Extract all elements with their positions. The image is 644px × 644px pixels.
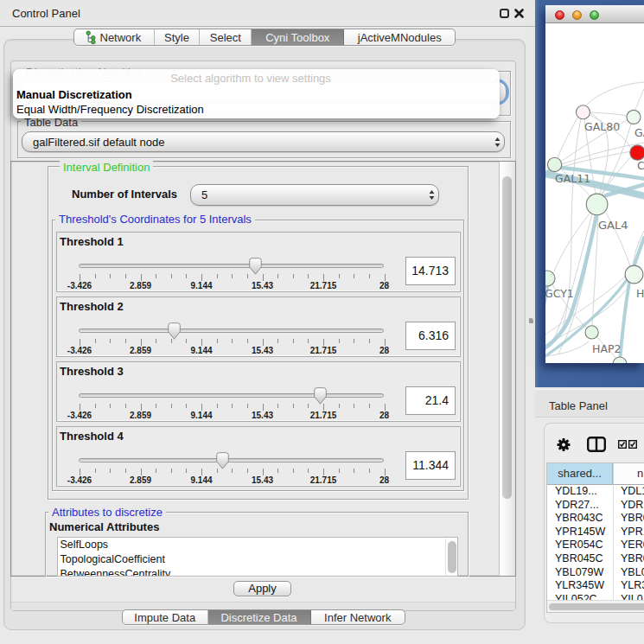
tab-jactivemnodules[interactable]: jActiveMNodules xyxy=(344,29,455,45)
popup-option[interactable]: Equal Width/Frequency Discretization xyxy=(16,103,204,116)
network-icon xyxy=(86,30,96,44)
network-node[interactable] xyxy=(625,265,643,284)
tab-infer-network[interactable]: Infer Network xyxy=(311,610,405,624)
tab-style[interactable]: Style xyxy=(155,29,201,45)
tick-label: 21.715 xyxy=(310,475,337,485)
num-intervals-combobox[interactable]: 5 xyxy=(190,184,439,206)
tab-discretize-data[interactable]: Discretize Data xyxy=(208,610,311,624)
algorithm-dropdown-popup: Select algorithm to view settings Manual… xyxy=(13,69,500,118)
cell-shared-name: YDL19... xyxy=(547,485,613,499)
tick-label: 21.715 xyxy=(310,281,337,290)
attribute-list-item[interactable]: SelfLoops xyxy=(58,538,457,552)
cell-shared-name: YBR045C xyxy=(547,552,613,566)
node-table[interactable]: shared...n... YDL19...YDL1YDR27...YDR2YB… xyxy=(546,462,644,613)
close-icon[interactable] xyxy=(514,9,524,18)
table-row[interactable]: YBR043CYBR0 xyxy=(547,512,644,526)
threshold-value-field[interactable]: 21.4 xyxy=(405,386,456,415)
table-toolbar xyxy=(545,424,644,462)
vertical-scrollbar-thumb[interactable] xyxy=(502,176,512,499)
table-row[interactable]: YLR345WYLR3 xyxy=(547,579,644,593)
slider-thumb[interactable] xyxy=(314,387,327,405)
float-window-icon[interactable] xyxy=(500,9,509,18)
attribute-list-item[interactable]: BetweennessCentrality xyxy=(58,567,457,577)
network-node[interactable] xyxy=(630,145,644,160)
slider-thumb[interactable] xyxy=(216,452,229,469)
thresholds-group-title: Threshold's Coordinates for 5 Intervals xyxy=(55,213,255,226)
tick-label: -3.426 xyxy=(67,411,92,420)
tab-impute-data[interactable]: Impute Data xyxy=(123,610,208,624)
popup-option[interactable]: Manual Discretization xyxy=(16,88,132,101)
column-header[interactable]: n... xyxy=(613,463,644,485)
tick-label: 21.715 xyxy=(310,346,337,355)
numerical-attributes-label: Numerical Attributes xyxy=(49,520,159,533)
table-row[interactable]: YBL079WYBL0 xyxy=(547,566,644,580)
tick-label: 9.144 xyxy=(190,281,212,290)
network-node[interactable] xyxy=(613,357,627,363)
slider-thumb[interactable] xyxy=(168,322,181,340)
cell-shared-name: YER054C xyxy=(547,539,613,552)
close-traffic-light[interactable] xyxy=(555,10,564,20)
splitter-handle[interactable] xyxy=(529,318,533,323)
table-data-combo-value: galFiltered.sif default node xyxy=(22,136,491,149)
apply-button[interactable]: Apply xyxy=(233,581,291,596)
tick-label: -3.426 xyxy=(67,475,92,485)
tab-cyni-toolbox[interactable]: Cyni Toolbox xyxy=(252,29,344,45)
tick-label: 2.859 xyxy=(130,411,151,420)
tick-label: 15.43 xyxy=(252,475,273,485)
slider-track[interactable] xyxy=(79,458,384,462)
columns-icon[interactable] xyxy=(587,437,606,452)
tick-label: 9.144 xyxy=(190,411,212,420)
slider-thumb[interactable] xyxy=(249,258,262,275)
slider-track[interactable] xyxy=(79,328,384,333)
gear-icon[interactable] xyxy=(557,437,571,452)
network-node[interactable] xyxy=(585,326,598,339)
network-canvas[interactable]: GAL80GACGAL11GAL4GCY1HHAP2 xyxy=(545,23,644,363)
checkbox-icon[interactable] xyxy=(618,440,627,449)
tick-label: 28 xyxy=(379,475,389,485)
interval-group-title: Interval Definition xyxy=(60,161,153,174)
table-row[interactable]: YDL19...YDL1 xyxy=(547,485,644,499)
vertical-scrollbar[interactable] xyxy=(499,162,515,576)
network-node[interactable] xyxy=(627,110,641,124)
threshold-block: Threshold 4-3.4262.8599.14415.4321.71528… xyxy=(56,426,461,487)
slider-track[interactable] xyxy=(79,264,384,268)
attributes-scrollbar[interactable] xyxy=(445,539,456,576)
table-data-combobox[interactable]: galFiltered.sif default node xyxy=(22,131,505,152)
threshold-block: Threshold 3-3.4262.8599.14415.4321.71528… xyxy=(56,361,461,422)
attributes-scrollbar-thumb[interactable] xyxy=(448,541,456,573)
minimize-traffic-light[interactable] xyxy=(572,10,582,20)
table-row[interactable]: YDR27...YDR2 xyxy=(547,499,644,513)
network-window: GAL80GACGAL11GAL4GCY1HHAP2 xyxy=(545,5,644,363)
table-row[interactable]: YER054CYER0 xyxy=(547,539,644,552)
threshold-label: Threshold 1 xyxy=(60,235,124,248)
horizontal-scrollbar-thumb[interactable] xyxy=(549,603,644,611)
network-node[interactable] xyxy=(547,157,561,171)
table-row[interactable]: YBR045CYBR0 xyxy=(547,552,644,566)
tab-select[interactable]: Select xyxy=(200,29,252,45)
node-label: GA xyxy=(634,126,644,139)
threshold-value-field[interactable]: 14.713 xyxy=(405,257,456,285)
network-node[interactable] xyxy=(577,105,590,119)
network-node[interactable] xyxy=(545,271,555,286)
table-row[interactable]: YPR145WYPR1 xyxy=(547,526,644,539)
combo-arrows-icon xyxy=(425,190,438,200)
threshold-value-field[interactable]: 11.344 xyxy=(405,451,456,480)
network-node[interactable] xyxy=(586,194,608,215)
tick-label: 21.715 xyxy=(310,411,337,420)
horizontal-scrollbar[interactable] xyxy=(547,600,644,612)
combo-arrows-icon xyxy=(491,137,504,147)
cell-name: YPR1 xyxy=(613,526,644,539)
slider-track[interactable] xyxy=(79,393,384,398)
checkbox-icon[interactable] xyxy=(628,440,637,449)
zoom-traffic-light[interactable] xyxy=(590,10,599,20)
panel-title: Control Panel xyxy=(12,7,80,20)
node-label: C xyxy=(637,159,644,172)
table-panel-title: Table Panel xyxy=(549,399,608,412)
attributes-list[interactable]: SelfLoopsTopologicalCoefficientBetweenne… xyxy=(57,537,458,577)
column-header[interactable]: shared... xyxy=(547,463,613,485)
attribute-list-item[interactable]: TopologicalCoefficient xyxy=(58,552,457,567)
tick-label: 15.43 xyxy=(252,346,273,355)
node-label: HAP2 xyxy=(592,342,621,355)
tab-network[interactable]: Network xyxy=(74,29,155,45)
threshold-value-field[interactable]: 6.316 xyxy=(405,322,456,350)
